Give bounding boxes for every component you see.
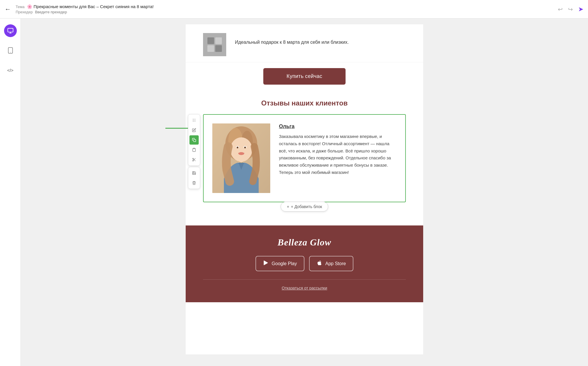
buy-section: Купить сейчас [186,62,423,93]
google-play-button[interactable]: Google Play [255,256,304,271]
reviews-section: Отзывы наших клиентов [186,93,423,225]
add-block-label: + Добавить блок [291,204,322,209]
sidebar-code-icon[interactable]: </> [4,64,17,77]
floating-toolbar [188,114,200,189]
svg-point-28 [238,152,244,155]
toolbar-delete-button[interactable] [189,178,199,187]
email-canvas: Идеальный подарок к 8 марта для себя или… [186,24,423,354]
svg-point-5 [193,119,193,119]
buy-button[interactable]: Купить сейчас [263,68,345,85]
redo-button[interactable]: ↪ [568,6,573,13]
reviewer-name: Ольга [279,123,397,130]
canvas-area: Идеальный подарок к 8 марта для себя или… [21,19,588,366]
sidebar-desktop-icon[interactable] [4,24,17,37]
topbar-actions: ↩ ↪ ➤ [558,6,583,13]
add-block-plus: + [287,204,289,209]
footer-store-buttons: Google Play App Store [203,256,406,271]
top-description: Идеальный подарок к 8 марта для себя или… [235,33,349,46]
preheader-input[interactable] [35,10,84,14]
toolbar-bottom-group [188,167,200,189]
svg-point-4 [10,52,11,53]
topbar-meta: Тема 🌸 Прекрасные моменты для Вас – Секр… [16,4,154,14]
sidebar: </> [0,19,21,366]
preheader-label: Прехедер [16,10,33,14]
preheader-row: Прехедер [16,10,154,14]
footer-brand: Belleza Glow [203,237,406,248]
svg-point-6 [195,119,195,119]
review-content: Ольга Заказывала косметику в этом магази… [279,123,397,176]
toolbar-paste-button[interactable] [189,145,199,154]
review-photo [212,123,270,193]
review-text: Заказывала косметику в этом магазине впе… [279,133,397,176]
app-store-button[interactable]: App Store [309,256,353,271]
send-button[interactable]: ➤ [578,6,583,13]
svg-rect-0 [8,28,13,32]
email-subject: 🌸 Прекрасные моменты для Вас – Секрет си… [27,4,154,9]
unsubscribe-link[interactable]: Отказаться от рассылки [282,286,327,290]
footer-divider [203,279,406,280]
review-card-wrapper: Ольга Заказывала косметику в этом магази… [203,114,406,202]
product-icon [203,33,226,56]
toolbar-save-button[interactable] [189,168,199,178]
google-play-icon [263,260,269,267]
svg-line-16 [194,160,195,161]
google-play-label: Google Play [272,261,297,266]
toolbar-drag-handle[interactable] [189,116,199,125]
email-top-section: Идеальный подарок к 8 марта для себя или… [186,24,423,62]
svg-point-7 [193,120,193,121]
reviews-title: Отзывы наших клиентов [203,99,406,107]
tema-label: Тема [16,5,25,9]
email-footer: Belleza Glow Google Play [186,225,423,302]
svg-point-27 [244,147,246,148]
toolbar-edit-button[interactable] [189,125,199,135]
add-block-button[interactable]: + + Добавить блок [281,202,328,212]
svg-point-13 [193,158,194,159]
svg-point-8 [195,120,195,121]
review-card: Ольга Заказывала косметику в этом магази… [203,114,406,202]
svg-point-9 [193,121,193,122]
tema-row: Тема 🌸 Прекрасные моменты для Вас – Секр… [16,4,154,9]
svg-rect-12 [193,148,195,149]
app-store-icon [317,260,322,267]
back-button[interactable]: ← [5,6,11,13]
main-layout: </> Идеальный подарок к 8 марта для себя… [0,19,588,366]
svg-point-26 [237,147,238,148]
undo-button[interactable]: ↩ [558,6,563,13]
svg-point-14 [193,160,194,161]
toolbar-cut-button[interactable] [189,155,199,164]
toolbar-copy-button[interactable] [189,135,199,145]
svg-point-23 [230,137,252,162]
topbar: ← Тема 🌸 Прекрасные моменты для Вас – Се… [0,0,588,19]
sidebar-mobile-icon[interactable] [4,44,17,57]
toolbar-top-group [188,114,200,166]
arrow-line [165,128,189,129]
svg-line-17 [193,159,194,160]
app-store-label: App Store [325,261,346,266]
svg-rect-11 [193,139,196,142]
svg-point-10 [195,121,195,122]
